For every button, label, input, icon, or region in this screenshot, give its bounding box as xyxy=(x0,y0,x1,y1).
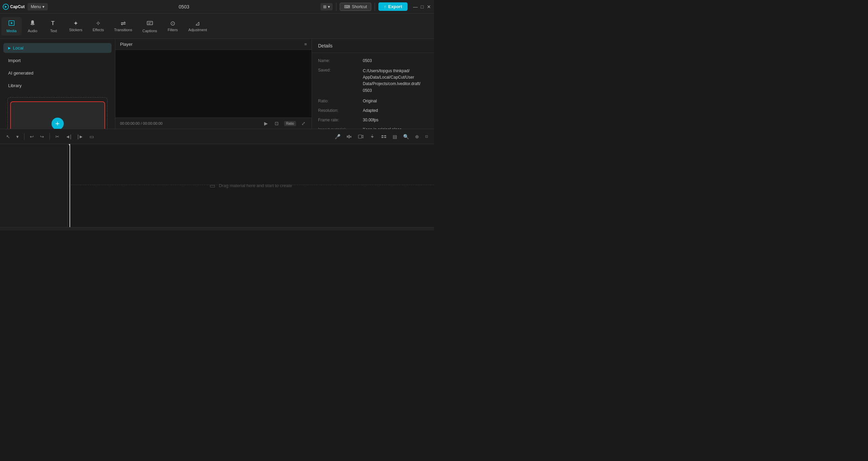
toolbar-separator-2 xyxy=(50,133,50,140)
detail-framerate-value: 30.00fps xyxy=(363,118,428,122)
trim-left-button[interactable]: ◄| xyxy=(63,133,74,141)
time-display: 00:00:00:00 / 00:00:00:00 xyxy=(120,121,259,125)
tab-captions[interactable]: Captions xyxy=(138,17,162,36)
captions-icon xyxy=(146,20,153,27)
nav-arrow-icon: ▶ xyxy=(8,46,11,50)
split-button[interactable]: ✂ xyxy=(53,133,61,141)
player-header: Player ≡ xyxy=(115,39,312,50)
ratio-button[interactable]: Ratio xyxy=(284,121,296,126)
nav-library-label: Library xyxy=(8,83,22,88)
play-button[interactable]: ▶ xyxy=(263,120,269,127)
tab-effects[interactable]: ✧ Effects xyxy=(88,18,108,35)
nav-library[interactable]: Library xyxy=(3,81,112,91)
redo-button[interactable]: ↪ xyxy=(38,133,46,141)
tab-audio[interactable]: Audio xyxy=(22,17,43,36)
tab-adjustment-label: Adjustment xyxy=(188,28,207,32)
autobeat-button[interactable] xyxy=(344,133,354,141)
captions-toggle-button[interactable]: ▤ xyxy=(391,133,399,141)
player-canvas xyxy=(115,50,312,118)
snapshot-button[interactable]: ⊡ xyxy=(273,120,280,127)
toolbar-separator-1 xyxy=(24,133,24,140)
camera-add-button[interactable] xyxy=(356,133,366,141)
zoom-in-button[interactable]: ⊕ xyxy=(413,133,421,141)
playhead xyxy=(70,144,70,227)
timeline-main: ▭ Drag material here and start to create xyxy=(68,144,434,227)
detail-ratio-value: Original xyxy=(363,99,428,103)
app-logo: CapCut xyxy=(3,4,25,10)
maximize-button[interactable]: □ xyxy=(420,4,425,9)
detail-name-label: Name: xyxy=(318,58,359,63)
select-dropdown-button[interactable]: ▾ xyxy=(14,133,21,141)
trim-right-button[interactable]: |► xyxy=(76,133,86,141)
minimize-button[interactable]: — xyxy=(413,4,418,9)
player-controls: 00:00:00:00 / 00:00:00:00 ▶ ⊡ Ratio ⤢ xyxy=(115,118,312,129)
top-bar: CapCut Menu ▾ 0503 ⊞ ▾ ⌨ Shortcut ↑ Expo… xyxy=(0,0,434,14)
svg-text:T: T xyxy=(51,20,55,26)
svg-rect-13 xyxy=(381,137,383,138)
detail-saved-label: Saved: xyxy=(318,68,359,94)
player-menu-icon[interactable]: ≡ xyxy=(304,42,307,47)
timeline-scrollbar[interactable] xyxy=(0,227,434,230)
stickers-icon: ✦ xyxy=(73,20,78,26)
detail-ratio-row: Ratio: Original xyxy=(318,99,428,103)
time-total: 00:00:00:00 xyxy=(143,121,162,125)
details-header: Details xyxy=(312,39,434,53)
nav-local[interactable]: ▶ Local xyxy=(3,43,112,53)
split-tracks-button[interactable] xyxy=(379,133,389,141)
link-button[interactable] xyxy=(368,133,377,141)
left-panel: ▶ Local Import AI generated Library + I xyxy=(0,39,115,129)
close-button[interactable]: ✕ xyxy=(427,4,431,9)
tab-text-label: Text xyxy=(50,29,57,33)
tab-filters-label: Filters xyxy=(167,28,178,32)
tab-transitions-label: Transitions xyxy=(114,28,132,32)
window-controls: — □ ✕ xyxy=(413,4,431,9)
nav-import-label: Import xyxy=(8,58,21,63)
tab-captions-label: Captions xyxy=(142,29,157,33)
layout-button[interactable]: ⊞ ▾ xyxy=(320,3,333,11)
delete-button[interactable]: ▭ xyxy=(87,133,96,141)
effects-icon: ✧ xyxy=(96,20,101,26)
detail-framerate-row: Frame rate: 30.00fps xyxy=(318,118,428,122)
detail-saved-row: Saved: C:/Users/topgus thinkpad/AppData/… xyxy=(318,68,428,94)
player-title: Player xyxy=(120,42,133,47)
tab-transitions[interactable]: ⇌ Transitions xyxy=(110,18,137,35)
microphone-button[interactable]: 🎤 xyxy=(333,133,342,141)
nav-ai-generated[interactable]: AI generated xyxy=(3,68,112,78)
tab-media[interactable]: Media xyxy=(1,17,22,36)
keyboard-icon: ⌨ xyxy=(344,4,350,9)
nav-import[interactable]: Import xyxy=(3,56,112,65)
svg-rect-8 xyxy=(350,136,351,138)
zoom-fit-button[interactable]: ⊡ xyxy=(423,133,430,140)
tab-stickers[interactable]: ✦ Stickers xyxy=(64,18,87,35)
drop-hint: ▭ Drag material here and start to create xyxy=(210,182,292,189)
tab-filters[interactable]: ⊙ Filters xyxy=(162,18,183,35)
export-button[interactable]: ↑ Export xyxy=(378,2,408,11)
svg-rect-14 xyxy=(384,137,386,138)
fullscreen-button[interactable]: ⤢ xyxy=(300,120,307,127)
main-area: ▶ Local Import AI generated Library + I xyxy=(0,39,434,129)
nav-ai-label: AI generated xyxy=(8,71,33,76)
text-icon: T xyxy=(50,20,57,27)
tab-text[interactable]: T Text xyxy=(43,17,64,36)
filters-icon: ⊙ xyxy=(170,20,175,26)
detail-resolution-row: Resolution: Adapted xyxy=(318,108,428,113)
import-box[interactable]: + Import Supports: videos, audios, photo… xyxy=(10,101,105,129)
import-area: + Import Supports: videos, audios, photo… xyxy=(0,95,115,129)
undo-button[interactable]: ↩ xyxy=(28,133,36,141)
import-wrapper: + Import Supports: videos, audios, photo… xyxy=(10,101,105,129)
left-nav: ▶ Local Import AI generated Library xyxy=(0,39,115,95)
detail-resolution-value: Adapted xyxy=(363,108,428,113)
project-title: 0503 xyxy=(51,4,318,9)
toolbar-tabs: Media Audio T Text ✦ Stickers ✧ Effects … xyxy=(0,14,434,39)
shortcut-button[interactable]: ⌨ Shortcut xyxy=(340,3,372,11)
layout-chevron: ▾ xyxy=(328,4,330,9)
tab-audio-label: Audio xyxy=(28,29,37,33)
time-current: 00:00:00:00 xyxy=(120,121,140,125)
tab-adjustment[interactable]: ⊿ Adjustment xyxy=(183,18,212,35)
tab-media-label: Media xyxy=(6,29,17,33)
adjustment-icon: ⊿ xyxy=(195,20,200,26)
layout-icon: ⊞ xyxy=(323,4,327,9)
select-tool-button[interactable]: ↖ xyxy=(4,133,12,141)
zoom-out-button[interactable]: 🔍 xyxy=(401,133,411,141)
menu-button[interactable]: Menu ▾ xyxy=(27,3,48,11)
